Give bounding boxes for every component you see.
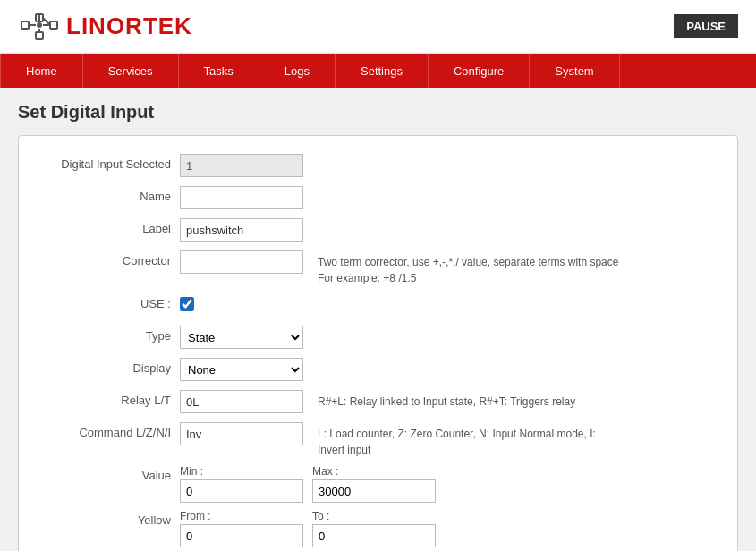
max-col: Max : — [312, 465, 436, 503]
max-input[interactable] — [312, 479, 436, 503]
type-control: State Counter — [180, 326, 303, 349]
yellow-to-input[interactable] — [312, 524, 436, 547]
logo-text-black: LINOR — [66, 13, 143, 39]
label-control — [180, 218, 303, 242]
value-cols: Min : Max : — [180, 465, 436, 503]
pause-button[interactable]: PAUSE — [674, 14, 738, 38]
svg-point-9 — [37, 22, 42, 28]
display-select[interactable]: None Value Bar Gauge — [180, 358, 303, 381]
form-panel: Digital Input Selected Name Label Correc… — [18, 135, 738, 551]
type-label: Type — [37, 326, 180, 343]
nav-system[interactable]: System — [530, 54, 619, 88]
nav-home[interactable]: Home — [0, 54, 83, 88]
command-control — [180, 422, 303, 445]
label-input[interactable] — [180, 218, 303, 242]
relay-control — [180, 390, 303, 413]
max-label: Max : — [312, 465, 436, 478]
type-select[interactable]: State Counter — [180, 326, 303, 349]
yellow-from-col: From : — [180, 510, 303, 547]
display-control: None Value Bar Gauge — [180, 358, 303, 381]
svg-rect-3 — [36, 32, 43, 39]
yellow-to-col: To : — [312, 510, 436, 547]
use-checkbox[interactable] — [180, 297, 194, 311]
relay-input[interactable] — [180, 390, 303, 413]
command-hint: L: Load counter, Z: Zero Counter, N: Inp… — [318, 422, 596, 458]
yellow-from-label: From : — [180, 510, 303, 522]
navbar: Home Services Tasks Logs Settings Config… — [0, 54, 756, 88]
name-label: Name — [37, 186, 180, 203]
display-label: Display — [37, 358, 180, 375]
svg-rect-2 — [50, 21, 57, 29]
nav-services[interactable]: Services — [83, 54, 179, 88]
corrector-control — [180, 250, 303, 274]
command-input[interactable] — [180, 422, 303, 445]
min-col: Min : — [180, 465, 303, 503]
digital-input-selected-label: Digital Input Selected — [37, 154, 180, 171]
logo-text: LINORTEK — [66, 13, 192, 40]
page-content: Set Digital Input Digital Input Selected… — [0, 88, 756, 551]
nav-configure[interactable]: Configure — [429, 54, 530, 88]
header: LINORTEK PAUSE — [0, 0, 756, 54]
corrector-input[interactable] — [180, 250, 303, 274]
yellow-from-input[interactable] — [180, 524, 303, 547]
command-label: Command L/Z/N/I — [37, 422, 180, 439]
min-input[interactable] — [180, 479, 303, 503]
corrector-label: Corrector — [37, 250, 180, 267]
use-row: USE : — [37, 293, 719, 318]
logo-area: LINORTEK — [18, 9, 192, 45]
corrector-row: Corrector Two term corrector, use +,-,*,… — [37, 250, 719, 286]
name-control — [180, 186, 303, 209]
svg-rect-0 — [21, 21, 29, 29]
digital-input-selected-input[interactable] — [180, 154, 303, 177]
logo-icon — [18, 9, 61, 45]
relay-hint: R#+L: Relay linked to Input state, R#+T:… — [318, 390, 575, 410]
logo-text-red: TEK — [143, 13, 192, 39]
relay-label: Relay L/T — [37, 390, 180, 407]
value-minmax-row: Value Min : Max : — [37, 465, 719, 503]
use-control — [180, 293, 194, 314]
corrector-hint: Two term corrector, use +,-,*,/ value, s… — [318, 250, 618, 286]
yellow-row: Yellow From : To : — [37, 510, 719, 547]
command-row: Command L/Z/N/I L: Load counter, Z: Zero… — [37, 422, 719, 458]
relay-row: Relay L/T R#+L: Relay linked to Input st… — [37, 390, 719, 415]
nav-logs[interactable]: Logs — [259, 54, 336, 88]
type-row: Type State Counter — [37, 326, 719, 351]
name-row: Name — [37, 186, 719, 211]
svg-line-6 — [43, 18, 50, 25]
display-row: Display None Value Bar Gauge — [37, 358, 719, 383]
yellow-to-label: To : — [312, 510, 436, 522]
page-title: Set Digital Input — [18, 102, 738, 123]
nav-settings[interactable]: Settings — [336, 54, 429, 88]
yellow-cols: From : To : — [180, 510, 436, 547]
use-label: USE : — [37, 293, 180, 310]
name-input[interactable] — [180, 186, 303, 209]
value-label: Value — [37, 465, 180, 482]
digital-input-selected-control — [180, 154, 303, 177]
min-label: Min : — [180, 465, 303, 478]
digital-input-selected-row: Digital Input Selected — [37, 154, 719, 179]
label-field-label: Label — [37, 218, 180, 235]
nav-tasks[interactable]: Tasks — [179, 54, 259, 88]
label-row: Label — [37, 218, 719, 243]
yellow-label: Yellow — [37, 510, 180, 527]
